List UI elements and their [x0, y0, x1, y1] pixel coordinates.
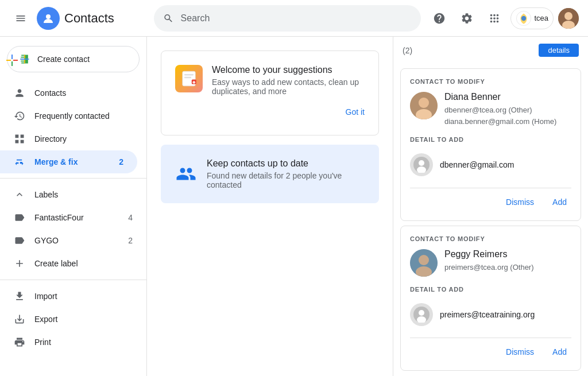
settings-button[interactable]	[455, 7, 478, 30]
create-contact-button[interactable]: Create contact	[7, 46, 140, 72]
add-icon	[14, 258, 25, 269]
svg-rect-10	[184, 77, 191, 78]
topbar-right: tcea	[428, 7, 579, 30]
diana-avatar	[410, 92, 438, 119]
peggy-dismiss-button[interactable]: Dismiss	[501, 343, 539, 361]
diana-detail-row: dbenner@gmail.com	[410, 149, 571, 181]
keep-updated-card: Keep contacts up to date Found new detai…	[161, 145, 379, 203]
chevron-up-icon	[14, 189, 25, 200]
peggy-name: Peggy Reimers	[444, 249, 534, 259]
settings-icon	[461, 12, 473, 25]
detail-tab[interactable]: details	[539, 44, 579, 57]
diana-details: Diana Benner dbenner@tcea.org (Other) di…	[444, 92, 556, 127]
hamburger-menu[interactable]	[9, 7, 32, 30]
suggestions-card: Welcome to your suggestions Easy ways to…	[161, 51, 379, 135]
create-contact-label: Create contact	[37, 55, 90, 64]
got-it-button[interactable]: Got it	[346, 103, 365, 121]
diana-name: Diana Benner	[444, 92, 556, 102]
frequently-contacted-label: Frequently contacted	[34, 111, 110, 121]
search-icon	[163, 13, 174, 24]
panel-count: (2)	[403, 46, 412, 55]
keep-updated-desc: Found new details for 2 people you've co…	[207, 171, 365, 189]
labels-section-header[interactable]: Labels	[0, 183, 146, 206]
svg-point-17	[419, 160, 424, 166]
peggy-add-button[interactable]: Add	[548, 343, 571, 361]
apps-icon	[488, 12, 501, 25]
contacts-label: Contacts	[34, 88, 66, 98]
tcea-icon	[516, 10, 532, 26]
main-content: Welcome to your suggestions Easy ways to…	[147, 37, 393, 376]
grid-icon	[14, 133, 25, 145]
svg-point-4	[564, 12, 572, 20]
help-button[interactable]	[428, 7, 451, 30]
label-icon	[14, 212, 25, 223]
help-icon	[433, 12, 446, 25]
diana-detail-email: dbenner@gmail.com	[440, 160, 514, 169]
peggy-card-actions: Dismiss Add	[410, 338, 571, 361]
suggestion-text: Welcome to your suggestions Easy ways to…	[212, 65, 365, 96]
merge-fix-label: Merge & fix	[34, 157, 78, 166]
sidebar-item-directory[interactable]: Directory	[0, 127, 137, 150]
sidebar-divider	[0, 178, 146, 179]
sidebar: Create contact Contacts Frequently conta…	[0, 37, 147, 376]
svg-point-2	[521, 15, 526, 20]
peggy-detail-avatar	[410, 303, 433, 326]
card-section-label-2: CONTACT TO MODIFY	[410, 235, 571, 242]
person-icon	[14, 87, 25, 99]
tcea-account-badge[interactable]: tcea	[510, 7, 554, 29]
main-layout: Create contact Contacts Frequently conta…	[0, 37, 588, 376]
keep-updated-icon	[175, 162, 198, 185]
suggestion-title: Welcome to your suggestions	[212, 65, 365, 75]
right-panel: (2) details CONTACT TO MODIFY Diana Benn…	[393, 37, 588, 376]
sidebar-item-print[interactable]: Print	[0, 331, 137, 354]
diana-add-button[interactable]: Add	[548, 193, 571, 211]
diana-detail-avatar	[410, 153, 433, 176]
contact-card-diana: CONTACT TO MODIFY Diana Benner dbenner@t…	[400, 68, 581, 221]
apps-button[interactable]	[483, 7, 506, 30]
search-bar-inner[interactable]	[154, 5, 421, 32]
keep-updated-text: Keep contacts up to date Found new detai…	[207, 158, 365, 189]
sidebar-item-frequently-contacted[interactable]: Frequently contacted	[0, 104, 137, 127]
import-label: Import	[34, 292, 57, 301]
user-avatar[interactable]	[558, 8, 579, 29]
label-item-fantasticfour[interactable]: FantasticFour 4	[0, 206, 146, 229]
topbar: Contacts	[0, 0, 588, 37]
svg-point-15	[419, 98, 429, 108]
sidebar-divider-2	[0, 280, 146, 280]
gygo-count: 2	[128, 236, 133, 245]
panel-header: (2) details	[393, 37, 588, 64]
sidebar-item-contacts[interactable]: Contacts	[0, 82, 137, 104]
diana-dismiss-button[interactable]: Dismiss	[501, 193, 539, 211]
merge-fix-count: 2	[119, 157, 123, 166]
label-item-gygo[interactable]: GYGO 2	[0, 229, 146, 252]
keep-updated-title: Keep contacts up to date	[207, 158, 365, 169]
create-label-button[interactable]: Create label	[0, 252, 146, 275]
peggy-detail-to-add: DETAIL TO ADD preimers@tceatraining.org	[410, 286, 571, 331]
sidebar-item-merge-fix[interactable]: Merge & fix 2	[0, 150, 137, 173]
search-bar	[154, 5, 421, 32]
tcea-label: tcea	[534, 14, 548, 22]
labels-header-label: Labels	[34, 190, 58, 199]
search-input[interactable]	[181, 13, 412, 24]
app-title: Contacts	[64, 11, 114, 26]
diana-emails: dbenner@tcea.org (Other) diana.benner@gm…	[444, 104, 556, 127]
fantasticfour-count: 4	[128, 213, 133, 222]
hamburger-icon	[15, 13, 26, 24]
sidebar-item-import[interactable]: Import	[0, 285, 137, 308]
sidebar-item-export[interactable]: Export	[0, 308, 137, 331]
label-icon-2	[14, 235, 25, 246]
print-label: Print	[34, 338, 51, 347]
suggestion-desc: Easy ways to add new contacts, clean up …	[212, 77, 365, 96]
peggy-detail-email: preimers@tceatraining.org	[440, 310, 535, 319]
gygo-label: GYGO	[34, 236, 59, 245]
peggy-details: Peggy Reimers preimers@tcea.org (Other)	[444, 249, 534, 273]
svg-point-23	[419, 310, 424, 316]
history-icon	[14, 110, 25, 122]
peggy-avatar	[410, 249, 438, 277]
export-icon	[14, 313, 25, 325]
svg-point-0	[46, 14, 51, 19]
merge-icon	[14, 156, 25, 168]
fantasticfour-label: FantasticFour	[34, 213, 84, 222]
detail-label-1: DETAIL TO ADD	[410, 136, 571, 143]
contact-info-diana: Diana Benner dbenner@tcea.org (Other) di…	[410, 92, 571, 127]
